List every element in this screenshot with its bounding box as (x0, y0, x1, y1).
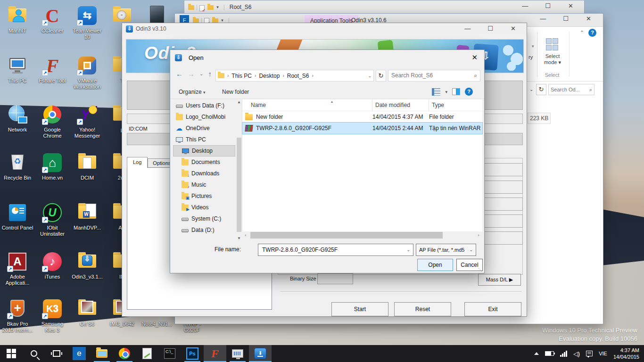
sidebar-item-system-c-[interactable]: System (C:) (173, 213, 235, 224)
minimize-button[interactable]: — (514, 2, 536, 9)
file-row-twrp-2-8-6-0-g920f-g925f[interactable]: TWRP-2.8.6.0_G920F-G925F14/04/2015 2:44 … (242, 123, 482, 134)
exit-button[interactable]: Exit (464, 302, 521, 316)
explorer-search-input[interactable]: ⌕ Search Od... (548, 84, 594, 95)
desktop-icon-teamviewer-10[interactable]: ⇆↗TeamViewer 10 (71, 5, 104, 40)
window-root-s6[interactable]: | ▾ | Root_S6 — ☐ ✕ (184, 0, 585, 14)
taskbar-vmware-button[interactable] (226, 345, 249, 362)
volume-icon[interactable]: ◁) (573, 350, 580, 357)
scroll-right-icon[interactable]: › (475, 231, 482, 239)
desktop-icon-control-panel[interactable]: Control Panel (1, 202, 34, 231)
scroll-thumb[interactable] (250, 232, 443, 239)
select-mode-button[interactable]: Select mode ▾ (540, 38, 565, 66)
minimize-button[interactable]: — (532, 15, 553, 22)
taskbar-file-explorer-button[interactable] (91, 345, 113, 362)
desktop-icon-dcim[interactable]: DCIM (71, 152, 104, 181)
reset-button[interactable]: Reset (394, 302, 451, 316)
action-center-icon[interactable] (586, 351, 593, 356)
desktop-icon-fshare-tool[interactable]: F↗Fshare Tool (36, 55, 69, 84)
maximize-button[interactable]: ☐ (480, 25, 501, 32)
close-button[interactable]: ✕ (560, 2, 581, 9)
crumb-desktop[interactable]: Desktop (259, 73, 280, 79)
desktop-icon-home-vn[interactable]: ⌂↗Home.vn (36, 152, 69, 181)
desktop-icon-bkav-pro-2015-intern-[interactable]: +↗Bkav Pro 2015 Intern... (1, 298, 34, 333)
battery-icon[interactable] (545, 351, 554, 356)
taskbar-task-view-button[interactable] (45, 345, 68, 362)
tab-log[interactable]: Log (127, 157, 148, 168)
close-button[interactable]: ✕ (578, 15, 599, 22)
taskbar-command-prompt-button[interactable]: C:\_ (158, 345, 181, 362)
refresh-button[interactable]: ↻ (536, 84, 546, 95)
desktop-icon-ccleaner[interactable]: C↗CCleaner (36, 5, 69, 34)
file-row-new-folder[interactable]: New folder14/04/2015 4:37 AMFile folder (242, 111, 482, 123)
sidebar-item-this-pc[interactable]: This PC (173, 134, 235, 145)
taskbar-notepad-plus-button[interactable] (136, 345, 158, 362)
start-button[interactable]: Start (331, 302, 388, 316)
column-header-type[interactable]: Type (429, 99, 482, 111)
open-dialog[interactable]: ⇩ Open ✕ ← → ⌄ ↑ ›This PC›Desktop›Root_S… (170, 49, 485, 273)
file-type-combo[interactable]: AP File (*.tar, *.md5 ⌄ (416, 244, 476, 256)
file-name-combo[interactable]: TWRP-2.8.6.0_G920F-G925F ⌄ (258, 244, 413, 256)
sidebar-item-logo-choimobi[interactable]: Logo_ChoiMobi (173, 111, 235, 123)
ribbon-collapse-icon[interactable]: ⌃ (580, 30, 584, 36)
sidebar-item-onedrive[interactable]: ☁OneDrive (173, 123, 235, 134)
crumb-this-pc[interactable]: This PC (231, 73, 252, 79)
address-caret-icon[interactable]: ⌄ (368, 74, 372, 78)
desktop-icon-manhit[interactable]: ManhIT (1, 5, 34, 34)
desktop-icon-google-chrome[interactable]: ↗Google Chrome (36, 104, 69, 139)
open-button[interactable]: Open (417, 259, 453, 271)
desktop-icon-adobe-applicati-[interactable]: A↗Adobe Applicati... (1, 251, 34, 286)
crumb-root-s6[interactable]: Root_S6 (287, 73, 309, 79)
sidebar-item-desktop[interactable]: Desktop (173, 145, 235, 156)
scroll-down-icon[interactable]: ▼ (236, 236, 242, 240)
desktop-icon-odin3-v3-1-[interactable]: ⇩Odin3_v3.1... (71, 251, 104, 280)
qat-customize-caret[interactable]: ▾ (221, 18, 223, 23)
network-signal-icon[interactable] (560, 351, 567, 357)
folder-icon[interactable] (193, 18, 199, 23)
desktop-icon-network[interactable]: Network (1, 104, 34, 133)
recent-locations-caret[interactable]: ⌄ (199, 71, 203, 76)
breadcrumb[interactable]: ›This PC›Desktop›Root_S6›⌄ (215, 70, 374, 82)
desktop-icon-off-s6[interactable]: Off S6 (71, 298, 104, 327)
taskbar-photoshop-button[interactable]: Ps (181, 345, 204, 362)
new-folder-icon[interactable] (207, 5, 214, 10)
taskbar-search-button[interactable] (23, 345, 45, 362)
forward-button[interactable]: → (188, 70, 195, 78)
preview-pane-icon[interactable] (452, 88, 460, 95)
mass-dl-button[interactable]: Mass D/L ▶ (478, 274, 521, 286)
sidebar-item-pictures[interactable]: ▣Pictures (173, 190, 235, 202)
desktop-icon-recycle-bin[interactable]: ♻Recycle Bin (1, 152, 34, 181)
help-icon[interactable]: ? (465, 88, 473, 96)
desktop-icon-iobit-uninstaller[interactable]: U↗IObit Uninstaller (36, 202, 69, 237)
taskbar-odin-button[interactable]: ⬇ (249, 345, 272, 362)
column-header-date-modified[interactable]: Date modified (372, 99, 429, 111)
sidebar-item-users-data-f-[interactable]: Users Data (F:) (173, 100, 235, 111)
taskbar-chrome-button[interactable] (113, 345, 136, 362)
desktop-icon-manhdvp-[interactable]: WManhDVP... (71, 202, 104, 231)
history-label-fragment[interactable]: ry (528, 54, 533, 60)
refresh-button[interactable]: ↻ (376, 70, 386, 82)
taskbar-fshare-button[interactable]: F (204, 345, 226, 362)
taskbar-start-button[interactable] (0, 345, 23, 362)
new-folder-button[interactable]: New folder (222, 89, 249, 95)
sidebar-item-data-d-[interactable]: Data (D:) (173, 224, 235, 236)
binary-size-field[interactable] (317, 273, 353, 284)
tray-hidden-icons-chevron[interactable] (534, 352, 539, 355)
maximize-button[interactable]: ☐ (555, 15, 577, 22)
close-button[interactable]: ✕ (503, 25, 524, 32)
minimize-button[interactable]: — (457, 25, 478, 32)
taskbar-edge-button[interactable]: e (68, 345, 91, 362)
sidebar-item-documents[interactable]: Documents (173, 156, 235, 168)
view-list-icon[interactable] (432, 88, 440, 96)
nav-scrollbar[interactable]: ▲ ▼ (236, 100, 242, 240)
close-icon[interactable]: ✕ (471, 53, 478, 62)
sidebar-item-videos[interactable]: ▶Videos (173, 202, 235, 213)
column-header-name[interactable]: Name (242, 99, 372, 111)
scroll-left-icon[interactable]: ‹ (242, 231, 249, 239)
clock[interactable]: 4:37 AM 14/04/2015 (613, 347, 639, 360)
view-caret-icon[interactable]: ▾ (445, 90, 447, 94)
language-indicator[interactable]: VIE (599, 351, 607, 356)
sidebar-item-downloads[interactable]: ↓Downloads (173, 168, 235, 179)
desktop-icon-yahoo-messenger[interactable]: Y!↗Yahoo! Messenger (71, 104, 104, 139)
new-folder-icon[interactable] (212, 18, 218, 23)
help-icon[interactable]: ? (588, 29, 596, 37)
